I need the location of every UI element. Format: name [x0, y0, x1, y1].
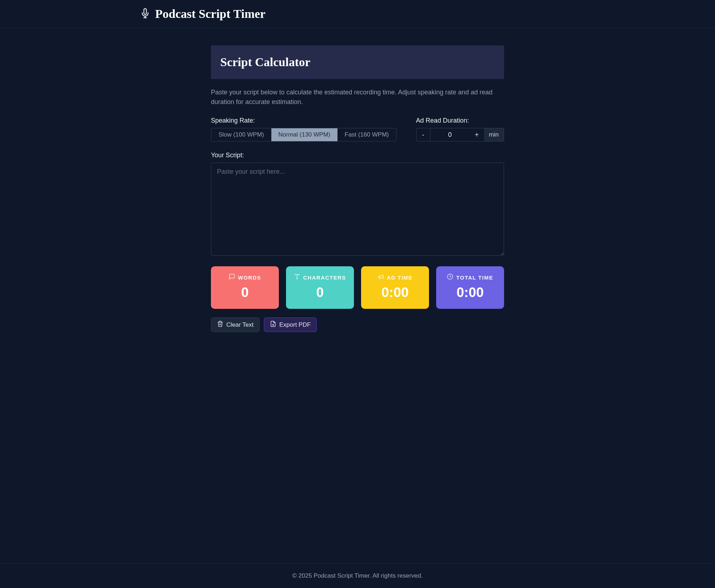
export-pdf-button[interactable]: Export PDF: [264, 317, 317, 332]
rate-fast-button[interactable]: Fast (160 WPM): [337, 128, 396, 141]
app-footer: © 2025 Podcast Script Timer. All rights …: [0, 563, 715, 588]
clock-icon: [447, 273, 453, 281]
speaking-rate-segmented: Slow (100 WPM) Normal (130 WPM) Fast (16…: [211, 128, 396, 142]
card-description: Paste your script below to calculate the…: [211, 88, 504, 107]
characters-stat-card: CHARACTERS 0: [286, 266, 354, 309]
script-label: Your Script:: [211, 152, 504, 159]
chat-icon: [229, 273, 235, 281]
speaking-rate-group: Speaking Rate: Slow (100 WPM) Normal (13…: [211, 117, 396, 142]
rate-normal-button[interactable]: Normal (130 WPM): [271, 128, 337, 141]
footer-text: © 2025 Podcast Script Timer. All rights …: [292, 572, 423, 579]
adtime-label: AD TIME: [387, 275, 413, 281]
megaphone-icon: [378, 273, 384, 281]
calculator-card: Script Calculator Paste your script belo…: [211, 45, 504, 332]
main-content: Script Calculator Paste your script belo…: [129, 28, 586, 563]
stats-row: WORDS 0 CHARACTERS 0: [211, 266, 504, 309]
characters-value: 0: [292, 285, 348, 300]
file-icon: [270, 321, 276, 329]
ad-duration-group: Ad Read Duration: - + min: [416, 117, 504, 142]
totaltime-label: TOTAL TIME: [456, 275, 493, 281]
totaltime-value: 0:00: [442, 285, 498, 300]
adtime-value: 0:00: [367, 285, 423, 300]
app-header: Podcast Script Timer: [0, 0, 715, 28]
words-stat-card: WORDS 0: [211, 266, 279, 309]
rate-slow-button[interactable]: Slow (100 WPM): [211, 128, 271, 141]
trash-icon: [217, 321, 223, 329]
ad-duration-input[interactable]: [430, 128, 470, 142]
app-title: Podcast Script Timer: [155, 7, 266, 21]
speaking-rate-label: Speaking Rate:: [211, 117, 396, 124]
ad-duration-stepper: - + min: [416, 128, 504, 142]
clear-text-button[interactable]: Clear Text: [211, 317, 260, 332]
card-title: Script Calculator: [220, 55, 495, 69]
characters-label: CHARACTERS: [303, 275, 346, 281]
ad-decrement-button[interactable]: -: [416, 128, 430, 142]
words-value: 0: [217, 285, 273, 300]
ad-duration-label: Ad Read Duration:: [416, 117, 504, 124]
clear-text-label: Clear Text: [226, 321, 253, 328]
adtime-stat-card: AD TIME 0:00: [361, 266, 429, 309]
totaltime-stat-card: TOTAL TIME 0:00: [436, 266, 504, 309]
ad-duration-unit: min: [484, 128, 504, 142]
words-label: WORDS: [238, 275, 261, 281]
type-icon: [294, 273, 300, 281]
script-textarea[interactable]: [211, 163, 504, 256]
card-header: Script Calculator: [211, 45, 504, 79]
actions-row: Clear Text Export PDF: [211, 317, 504, 332]
export-pdf-label: Export PDF: [279, 321, 311, 328]
ad-increment-button[interactable]: +: [470, 128, 484, 142]
microphone-icon: [140, 8, 150, 20]
